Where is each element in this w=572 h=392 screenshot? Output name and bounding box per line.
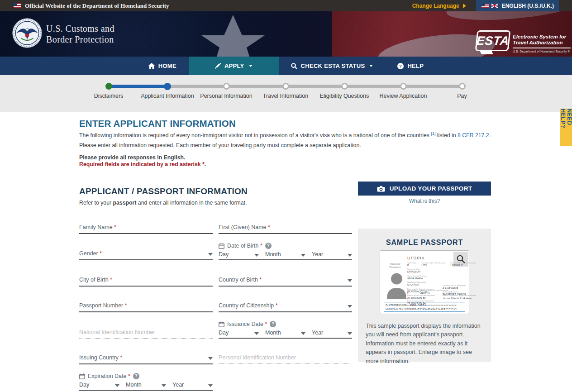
footnote-link[interactable]: [1] [431, 131, 435, 136]
sample-passport-description: This sample passport displays the inform… [366, 322, 484, 366]
intro-text: listed in [435, 132, 458, 139]
nav-item-check-esta-status[interactable]: CHECK ESTA STATUS [279, 57, 386, 75]
chevron-down-icon [301, 332, 305, 335]
family-name-field[interactable]: Family Name * [79, 220, 213, 234]
language-selector[interactable]: ENGLISH (U.S./U.K.) [476, 0, 559, 11]
search-icon [291, 63, 297, 69]
required-asterisk: * [110, 277, 112, 283]
calendar-icon [219, 243, 224, 249]
esta-logo: ESTA Electronic System for Travel Author… [476, 30, 571, 53]
field-label: Country of Citizenship * [219, 303, 278, 309]
nav-item-help[interactable]: ? HELP [385, 57, 436, 75]
esta-acronym: ESTA [476, 35, 510, 47]
help-icon: ? [397, 63, 404, 69]
city-of-birth-field[interactable]: City of Birth * [79, 272, 213, 287]
official-site-text: Official Website of the Department of Ho… [25, 2, 169, 10]
cfr-link[interactable]: 8 CFR 217.2 [458, 132, 489, 139]
field-label: Date of Birth * [227, 243, 262, 249]
dhs-seal-icon [12, 18, 42, 48]
chevron-down-icon [348, 279, 352, 282]
nav-item-label: HELP [407, 62, 424, 69]
nav-item-label: HOME [158, 62, 176, 69]
esta-tagline-line1: Electronic System for [513, 34, 571, 40]
need-help-tab[interactable]: NEED HELP? [560, 109, 572, 146]
required-asterisk: * [120, 354, 122, 361]
nav-item-label: APPLY [224, 62, 244, 69]
help-tooltip-icon[interactable]: ? [133, 373, 139, 379]
step-dot-applicant-information[interactable] [164, 83, 171, 90]
agency-name-line1: U.S. Customs and [46, 23, 114, 34]
passport-country: UTOPIA [407, 256, 425, 260]
country-of-birth-select[interactable]: Country of Birth * [219, 272, 352, 287]
step-label-personal-information: Personal Information [192, 93, 260, 99]
chevron-down-icon [208, 357, 213, 360]
issuance-month-select[interactable]: Month [265, 330, 305, 336]
nav-item-home[interactable]: HOME [136, 57, 189, 75]
nav-item-apply[interactable]: APPLY [189, 57, 279, 75]
first-name-field[interactable]: First (Given) Name * [219, 220, 352, 234]
field-label: Issuing Country * [79, 355, 122, 361]
required-asterisk: * [265, 321, 267, 327]
chevron-down-icon [254, 254, 259, 257]
step-dot-travel-information [282, 83, 289, 90]
gender-select[interactable]: Gender * [79, 246, 213, 260]
field-placeholder: National Identification Number [79, 330, 155, 335]
step-label-review-application: Review Application [369, 93, 437, 99]
birth-day-select[interactable]: Day [219, 251, 259, 258]
expiration-month-select[interactable]: Month [126, 382, 166, 388]
what-is-this-link[interactable]: What is this? [358, 198, 491, 204]
passport-number-field[interactable]: Passport Number * [79, 298, 213, 312]
progress-stepper: Disclaimers Applicant Information Person… [0, 75, 572, 112]
section-title: APPLICANT / PASSPORT INFORMATION [79, 186, 248, 196]
site-header: U.S. Customs and Border Protection ESTA … [0, 11, 572, 57]
upload-passport-button[interactable]: UPLOAD YOUR PASSPORT [358, 182, 491, 196]
issuance-year-select[interactable]: Year [312, 330, 352, 336]
issuing-country-select[interactable]: Issuing Country * [79, 350, 213, 364]
required-asterisk: * [100, 250, 102, 257]
birth-year-select[interactable]: Year [312, 251, 352, 258]
sample-passport-image[interactable]: Passport/Passeport UTOPIA Type/ TypeP Co… [380, 250, 469, 314]
intro-paragraph: The following information is required of… [79, 130, 492, 150]
field-label: Gender * [79, 251, 102, 257]
us-flag-icon [14, 3, 21, 8]
passport-mrz: P<UTOERIKSSON<<ANNA<MARIA<<<<<<<<<<<<<<<… [384, 302, 465, 312]
expiration-year-select[interactable]: Year [172, 382, 213, 388]
english-note: Please provide all responses in English. [79, 154, 185, 161]
required-asterisk: * [125, 302, 127, 309]
divider [513, 48, 571, 48]
required-asterisk: * [268, 224, 270, 230]
step-dot-personal-information [223, 83, 230, 90]
field-label: Country of Birth * [219, 277, 262, 283]
expiration-day-select[interactable]: Day [79, 382, 119, 388]
help-tooltip-icon[interactable]: ? [270, 321, 276, 327]
step-dot-disclaimers[interactable] [105, 83, 112, 90]
home-icon [148, 63, 155, 69]
field-placeholder: Personal Identification Number [219, 355, 296, 361]
step-label-travel-information: Travel Information [252, 93, 319, 99]
change-language-button[interactable]: Change Language [412, 3, 466, 9]
chevron-down-icon [115, 384, 119, 387]
change-language-label: Change Language [412, 3, 459, 9]
issuance-day-select[interactable]: Day [219, 330, 259, 336]
personal-id-field: Personal Identification Number [219, 349, 352, 364]
birth-month-select[interactable]: Month [265, 251, 305, 258]
help-tooltip-icon[interactable]: ? [265, 243, 272, 249]
required-asterisk: * [114, 224, 116, 230]
uk-flag-icon [491, 4, 498, 8]
passport-signature: Holder's signature/ Signature du titulai… [443, 294, 476, 300]
required-asterisk: * [260, 243, 262, 249]
chevron-down-icon [254, 332, 259, 335]
section-subtitle: Refer to your passport and enter all inf… [79, 200, 247, 206]
passport-row-type: Type/ TypeP Country code/ Code du paysUT… [407, 262, 476, 267]
step-label-applicant-information[interactable]: Applicant Information [133, 93, 201, 99]
step-label-disclaimers[interactable]: Disclaimers [75, 93, 143, 99]
divider [79, 174, 491, 174]
step-label-eligibility-questions: Eligibility Questions [310, 93, 378, 99]
step-dot-eligibility-questions [341, 83, 348, 90]
cbp-logo[interactable]: U.S. Customs and Border Protection [0, 11, 149, 57]
field-label: Issuance Date * [227, 321, 267, 327]
intro-text: The following information is required of… [79, 132, 431, 139]
nav-item-label: CHECK ESTA STATUS [301, 62, 365, 69]
field-label: City of Birth * [79, 277, 112, 283]
country-of-citizenship-select[interactable]: Country of Citizenship * [219, 298, 352, 312]
